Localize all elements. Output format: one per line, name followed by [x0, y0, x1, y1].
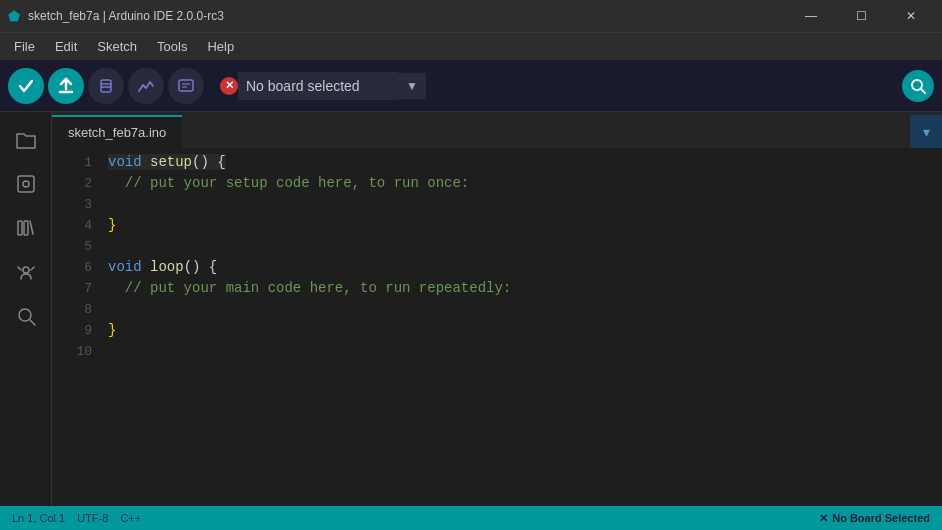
menu-bar: File Edit Sketch Tools Help: [0, 32, 942, 60]
sidebar-btn-search[interactable]: [6, 296, 46, 336]
cursor-position: Ln 1, Col 1: [12, 512, 65, 524]
line-num-7: 7: [84, 278, 92, 299]
menu-edit[interactable]: Edit: [45, 35, 87, 58]
close-button[interactable]: ✕: [888, 0, 934, 32]
line-numbers: 1 2 3 4 5 6 7 8 9 10: [52, 148, 104, 506]
editor-area: sketch_feb7a.ino ▾ 1 2 3 4 5 6 7 8 9 10 …: [52, 112, 942, 506]
minimize-button[interactable]: —: [788, 0, 834, 32]
svg-rect-5: [179, 80, 193, 91]
serial-plotter-button[interactable]: [128, 68, 164, 104]
line-num-10: 10: [76, 341, 92, 362]
serial-monitor-button[interactable]: [168, 68, 204, 104]
file-tab-label: sketch_feb7a.ino: [68, 125, 166, 140]
toolbar: ✕ No board selected ▼: [0, 60, 942, 112]
svg-rect-2: [101, 80, 111, 92]
title-bar-left: ⬟ sketch_feb7a | Arduino IDE 2.0.0-rc3: [8, 8, 224, 24]
upload-button[interactable]: [48, 68, 84, 104]
window-controls: — ☐ ✕: [788, 0, 934, 32]
sidebar: [0, 112, 52, 506]
menu-sketch[interactable]: Sketch: [87, 35, 147, 58]
verify-button[interactable]: [8, 68, 44, 104]
debug-button[interactable]: [88, 68, 124, 104]
active-file-tab[interactable]: sketch_feb7a.ino: [52, 115, 182, 148]
svg-point-17: [19, 309, 31, 321]
menu-file[interactable]: File: [4, 35, 45, 58]
sidebar-btn-debug[interactable]: [6, 252, 46, 292]
sidebar-btn-folder[interactable]: [6, 120, 46, 160]
title-text: sketch_feb7a | Arduino IDE 2.0.0-rc3: [28, 9, 224, 23]
board-select-dropdown[interactable]: No board selected: [238, 72, 398, 100]
no-board-text: No Board Selected: [832, 512, 930, 524]
app-icon: ⬟: [8, 8, 20, 24]
no-board-error-icon: ✕: [819, 512, 828, 525]
status-bar-left: Ln 1, Col 1 UTF-8 C++: [12, 512, 141, 524]
line-num-9: 9: [84, 320, 92, 341]
svg-line-9: [921, 89, 925, 93]
line-num-8: 8: [84, 299, 92, 320]
encoding-status: UTF-8: [77, 512, 108, 524]
board-error-icon: ✕: [220, 77, 238, 95]
line-num-3: 3: [84, 194, 92, 215]
no-board-status[interactable]: ✕ No Board Selected: [819, 512, 930, 525]
new-tab-button[interactable]: ▾: [910, 115, 942, 148]
code-content[interactable]: void setup() { // put your setup code he…: [104, 148, 942, 506]
svg-rect-12: [18, 221, 22, 235]
menu-tools[interactable]: Tools: [147, 35, 197, 58]
file-tabs: sketch_feb7a.ino ▾: [52, 112, 942, 148]
svg-rect-10: [18, 176, 34, 192]
svg-line-15: [18, 267, 21, 270]
line-num-6: 6: [84, 257, 92, 278]
line-num-2: 2: [84, 173, 92, 194]
menu-help[interactable]: Help: [197, 35, 244, 58]
status-bar: Ln 1, Col 1 UTF-8 C++ ✕ No Board Selecte…: [0, 506, 942, 530]
search-toolbar-button[interactable]: [902, 70, 934, 102]
language-status: C++: [120, 512, 141, 524]
svg-point-14: [23, 267, 29, 273]
svg-point-11: [23, 181, 29, 187]
sidebar-btn-board-manager[interactable]: [6, 164, 46, 204]
sidebar-btn-library[interactable]: [6, 208, 46, 248]
code-editor[interactable]: 1 2 3 4 5 6 7 8 9 10 void setup() { // p…: [52, 148, 942, 506]
board-selector: ✕ No board selected ▼: [220, 72, 426, 100]
board-dropdown-arrow[interactable]: ▼: [398, 73, 426, 99]
maximize-button[interactable]: ☐: [838, 0, 884, 32]
title-bar: ⬟ sketch_feb7a | Arduino IDE 2.0.0-rc3 —…: [0, 0, 942, 32]
svg-rect-13: [24, 221, 28, 235]
svg-line-16: [31, 267, 34, 270]
svg-line-18: [30, 320, 35, 325]
line-num-4: 4: [84, 215, 92, 236]
line-num-5: 5: [84, 236, 92, 257]
main: sketch_feb7a.ino ▾ 1 2 3 4 5 6 7 8 9 10 …: [0, 112, 942, 506]
line-num-1: 1: [84, 152, 92, 173]
